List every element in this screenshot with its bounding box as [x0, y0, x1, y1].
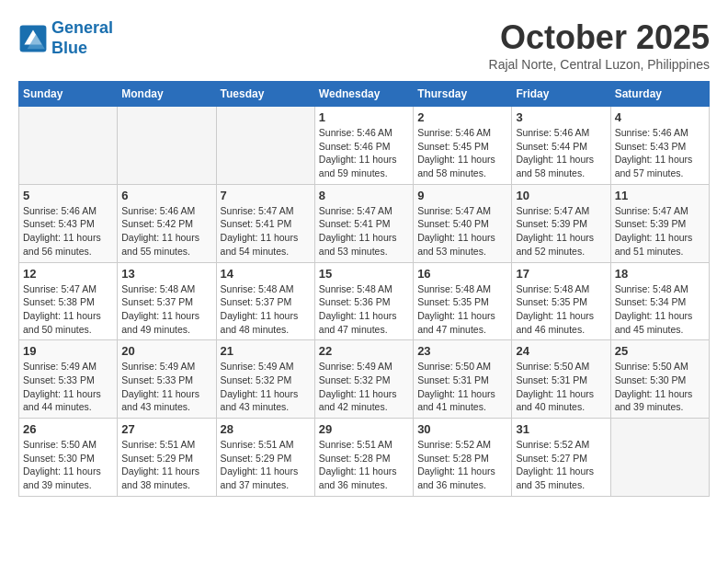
day-number: 27 [121, 422, 211, 436]
day-info: Sunrise: 5:46 AM Sunset: 5:46 PM Dayligh… [319, 126, 409, 180]
calendar-cell: 4Sunrise: 5:46 AM Sunset: 5:43 PM Daylig… [610, 107, 709, 185]
day-number: 9 [417, 189, 507, 202]
weekday-header-cell: Monday [118, 82, 216, 107]
day-number: 15 [319, 267, 409, 281]
day-number: 8 [319, 189, 409, 202]
day-number: 21 [221, 344, 311, 358]
calendar-cell: 13Sunrise: 5:48 AM Sunset: 5:37 PM Dayli… [118, 262, 216, 340]
calendar-cell: 30Sunrise: 5:52 AM Sunset: 5:28 PM Dayli… [414, 419, 512, 497]
calendar-cell: 5Sunrise: 5:46 AM Sunset: 5:43 PM Daylig… [19, 184, 118, 262]
calendar-cell: 18Sunrise: 5:48 AM Sunset: 5:34 PM Dayli… [610, 262, 709, 340]
calendar-cell: 2Sunrise: 5:46 AM Sunset: 5:45 PM Daylig… [414, 107, 512, 185]
calendar-cell [19, 107, 118, 185]
calendar-week-row: 26Sunrise: 5:50 AM Sunset: 5:30 PM Dayli… [19, 419, 710, 497]
logo-text: General Blue [51, 18, 113, 58]
day-info: Sunrise: 5:47 AM Sunset: 5:41 PM Dayligh… [319, 204, 409, 259]
weekday-header-cell: Tuesday [216, 82, 314, 107]
page-header: General Blue October 2025 Rajal Norte, C… [18, 18, 710, 72]
day-info: Sunrise: 5:51 AM Sunset: 5:29 PM Dayligh… [221, 438, 311, 492]
day-info: Sunrise: 5:46 AM Sunset: 5:45 PM Dayligh… [417, 126, 507, 180]
day-number: 3 [516, 110, 606, 124]
calendar-cell: 21Sunrise: 5:49 AM Sunset: 5:32 PM Dayli… [216, 340, 314, 419]
day-number: 29 [319, 422, 409, 436]
day-number: 7 [221, 189, 311, 202]
day-number: 17 [516, 267, 606, 281]
calendar-cell: 8Sunrise: 5:47 AM Sunset: 5:41 PM Daylig… [314, 184, 413, 262]
day-number: 14 [221, 267, 311, 281]
day-info: Sunrise: 5:49 AM Sunset: 5:33 PM Dayligh… [23, 360, 113, 414]
calendar-week-row: 19Sunrise: 5:49 AM Sunset: 5:33 PM Dayli… [19, 340, 710, 419]
day-info: Sunrise: 5:50 AM Sunset: 5:30 PM Dayligh… [23, 438, 113, 492]
calendar-table: SundayMondayTuesdayWednesdayThursdayFrid… [18, 81, 710, 497]
weekday-header-cell: Saturday [610, 82, 709, 107]
calendar-cell: 28Sunrise: 5:51 AM Sunset: 5:29 PM Dayli… [216, 419, 314, 497]
day-number: 28 [221, 422, 311, 436]
day-number: 24 [516, 344, 606, 358]
day-info: Sunrise: 5:46 AM Sunset: 5:42 PM Dayligh… [121, 204, 211, 259]
calendar-cell: 25Sunrise: 5:50 AM Sunset: 5:30 PM Dayli… [610, 340, 709, 419]
calendar-cell: 17Sunrise: 5:48 AM Sunset: 5:35 PM Dayli… [512, 262, 610, 340]
day-info: Sunrise: 5:47 AM Sunset: 5:41 PM Dayligh… [221, 204, 311, 259]
calendar-cell: 26Sunrise: 5:50 AM Sunset: 5:30 PM Dayli… [19, 419, 118, 497]
day-number: 23 [417, 344, 507, 358]
day-info: Sunrise: 5:50 AM Sunset: 5:30 PM Dayligh… [615, 360, 705, 414]
calendar-cell: 12Sunrise: 5:47 AM Sunset: 5:38 PM Dayli… [19, 262, 118, 340]
day-number: 18 [615, 267, 705, 281]
day-number: 26 [23, 422, 113, 436]
day-info: Sunrise: 5:48 AM Sunset: 5:37 PM Dayligh… [221, 282, 311, 337]
calendar-cell: 20Sunrise: 5:49 AM Sunset: 5:33 PM Dayli… [118, 340, 216, 419]
day-number: 4 [615, 110, 705, 124]
calendar-cell: 6Sunrise: 5:46 AM Sunset: 5:42 PM Daylig… [118, 184, 216, 262]
title-block: October 2025 Rajal Norte, Central Luzon,… [489, 18, 710, 72]
location: Rajal Norte, Central Luzon, Philippines [489, 57, 710, 72]
logo-icon [18, 24, 48, 53]
day-number: 25 [615, 344, 705, 358]
day-number: 13 [121, 267, 211, 281]
day-number: 12 [23, 267, 113, 281]
weekday-header-cell: Sunday [19, 82, 118, 107]
day-info: Sunrise: 5:50 AM Sunset: 5:31 PM Dayligh… [417, 360, 507, 414]
day-number: 1 [319, 110, 409, 124]
day-info: Sunrise: 5:51 AM Sunset: 5:29 PM Dayligh… [121, 438, 211, 492]
calendar-cell: 24Sunrise: 5:50 AM Sunset: 5:31 PM Dayli… [512, 340, 610, 419]
calendar-cell: 23Sunrise: 5:50 AM Sunset: 5:31 PM Dayli… [414, 340, 512, 419]
weekday-header-cell: Wednesday [314, 82, 413, 107]
calendar-cell: 7Sunrise: 5:47 AM Sunset: 5:41 PM Daylig… [216, 184, 314, 262]
day-number: 6 [121, 189, 211, 202]
day-number: 22 [319, 344, 409, 358]
calendar-cell: 3Sunrise: 5:46 AM Sunset: 5:44 PM Daylig… [512, 107, 610, 185]
day-number: 20 [121, 344, 211, 358]
day-number: 30 [417, 422, 507, 436]
calendar-cell: 15Sunrise: 5:48 AM Sunset: 5:36 PM Dayli… [314, 262, 413, 340]
calendar-week-row: 5Sunrise: 5:46 AM Sunset: 5:43 PM Daylig… [19, 184, 710, 262]
day-info: Sunrise: 5:47 AM Sunset: 5:38 PM Dayligh… [23, 282, 113, 337]
day-info: Sunrise: 5:52 AM Sunset: 5:28 PM Dayligh… [417, 438, 507, 492]
day-info: Sunrise: 5:49 AM Sunset: 5:33 PM Dayligh… [121, 360, 211, 414]
day-info: Sunrise: 5:48 AM Sunset: 5:35 PM Dayligh… [417, 282, 507, 337]
day-info: Sunrise: 5:52 AM Sunset: 5:27 PM Dayligh… [516, 438, 606, 492]
day-info: Sunrise: 5:46 AM Sunset: 5:44 PM Dayligh… [516, 126, 606, 180]
calendar-cell [216, 107, 314, 185]
calendar-cell: 27Sunrise: 5:51 AM Sunset: 5:29 PM Dayli… [118, 419, 216, 497]
day-info: Sunrise: 5:48 AM Sunset: 5:34 PM Dayligh… [615, 282, 705, 337]
weekday-header-cell: Friday [512, 82, 610, 107]
logo: General Blue [18, 18, 113, 58]
calendar-cell: 16Sunrise: 5:48 AM Sunset: 5:35 PM Dayli… [414, 262, 512, 340]
calendar-cell: 29Sunrise: 5:51 AM Sunset: 5:28 PM Dayli… [314, 419, 413, 497]
day-info: Sunrise: 5:48 AM Sunset: 5:35 PM Dayligh… [516, 282, 606, 337]
calendar-cell: 1Sunrise: 5:46 AM Sunset: 5:46 PM Daylig… [314, 107, 413, 185]
calendar-week-row: 12Sunrise: 5:47 AM Sunset: 5:38 PM Dayli… [19, 262, 710, 340]
day-info: Sunrise: 5:47 AM Sunset: 5:39 PM Dayligh… [615, 204, 705, 259]
weekday-header-cell: Thursday [414, 82, 512, 107]
day-number: 31 [516, 422, 606, 436]
day-info: Sunrise: 5:47 AM Sunset: 5:40 PM Dayligh… [417, 204, 507, 259]
day-info: Sunrise: 5:47 AM Sunset: 5:39 PM Dayligh… [516, 204, 606, 259]
calendar-cell [610, 419, 709, 497]
day-info: Sunrise: 5:51 AM Sunset: 5:28 PM Dayligh… [319, 438, 409, 492]
calendar-cell: 9Sunrise: 5:47 AM Sunset: 5:40 PM Daylig… [414, 184, 512, 262]
day-info: Sunrise: 5:50 AM Sunset: 5:31 PM Dayligh… [516, 360, 606, 414]
day-number: 2 [417, 110, 507, 124]
day-info: Sunrise: 5:49 AM Sunset: 5:32 PM Dayligh… [319, 360, 409, 414]
calendar-cell: 11Sunrise: 5:47 AM Sunset: 5:39 PM Dayli… [610, 184, 709, 262]
day-number: 10 [516, 189, 606, 202]
